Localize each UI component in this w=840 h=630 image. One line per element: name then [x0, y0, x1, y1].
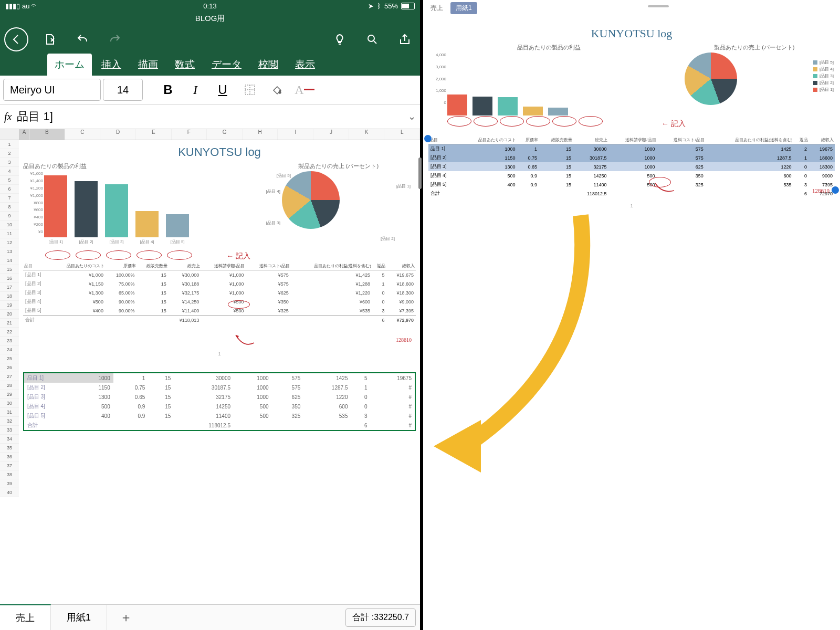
col-header[interactable]: J [313, 129, 349, 140]
row-header[interactable]: 15 [0, 265, 19, 274]
fx-value[interactable]: 品目 1] [17, 109, 403, 124]
row-header[interactable]: 31 [0, 408, 19, 417]
row-header[interactable]: 26 [0, 363, 19, 372]
share-button[interactable] [394, 28, 416, 50]
col-header[interactable]: K [349, 129, 385, 140]
col-header[interactable]: E [136, 129, 172, 140]
row-header[interactable]: 5 [0, 176, 19, 185]
bar-item2 [75, 181, 98, 237]
col-header[interactable]: B [29, 129, 65, 140]
row-header[interactable]: 1 [0, 140, 19, 149]
row-header[interactable]: 36 [0, 453, 19, 461]
row-header[interactable]: 22 [0, 328, 19, 337]
split-view-grip[interactable] [418, 158, 422, 189]
col-header[interactable]: D [100, 129, 136, 140]
col-header[interactable]: G [207, 129, 243, 140]
row-header[interactable]: 16 [0, 274, 19, 283]
row-header[interactable]: 27 [0, 372, 19, 381]
tab-insert[interactable]: 挿入 [94, 54, 129, 76]
col-header[interactable]: A [19, 129, 29, 140]
row-header[interactable]: 7 [0, 194, 19, 203]
main-toolbar [0, 25, 420, 54]
col-header[interactable]: I [278, 129, 313, 140]
selection-handle-end[interactable] [832, 186, 839, 194]
row-header[interactable]: 21 [0, 319, 19, 328]
row-header[interactable]: 39 [0, 479, 19, 488]
row-header[interactable]: 9 [0, 212, 19, 220]
row-header[interactable]: 17 [0, 283, 19, 292]
select-all-corner[interactable] [0, 129, 19, 140]
tab-formulas[interactable]: 数式 [167, 54, 202, 76]
row-header[interactable]: 11 [0, 229, 19, 238]
row-header[interactable]: 25 [0, 354, 19, 363]
row-header[interactable]: 18 [0, 292, 19, 301]
font-color-button[interactable]: A [292, 79, 317, 100]
redo-button[interactable] [104, 28, 126, 50]
row-header[interactable]: 19 [0, 301, 19, 310]
row-header[interactable]: 29 [0, 390, 19, 399]
col-header[interactable]: F [172, 129, 207, 140]
tab-review[interactable]: 校閲 [251, 54, 286, 76]
rtab-sales[interactable]: 売上 [425, 2, 448, 14]
border-button[interactable] [237, 79, 262, 100]
status-sum[interactable]: 合計 :332250.7 [345, 608, 416, 627]
handwritten-annotation: ← 記入 [226, 251, 250, 261]
selection-handle-start[interactable] [424, 135, 432, 142]
undo-button[interactable] [71, 28, 93, 50]
row-header[interactable]: 32 [0, 417, 19, 426]
sheet-tab-sales[interactable]: 売上 [0, 604, 51, 630]
row-header[interactable]: 33 [0, 426, 19, 435]
row-header[interactable]: 28 [0, 381, 19, 390]
pasted-selection[interactable]: 品目 1]10001153000010005751425519675[品目 2]… [23, 372, 416, 431]
tab-view[interactable]: 表示 [288, 54, 322, 76]
sheet-tab-paper1[interactable]: 用紙1 [51, 605, 107, 630]
italic-button[interactable]: I [183, 79, 208, 100]
rtab-paper1[interactable]: 用紙1 [450, 2, 477, 14]
row-header[interactable]: 14 [0, 256, 19, 265]
back-button[interactable] [4, 27, 28, 51]
red-circle-annotation [447, 116, 471, 127]
col-header[interactable]: H [243, 129, 278, 140]
row-header[interactable]: 3 [0, 158, 19, 167]
row-header[interactable]: 40 [0, 488, 19, 497]
row-header[interactable]: 13 [0, 247, 19, 256]
row-header[interactable]: 20 [0, 310, 19, 319]
col-header[interactable]: L [384, 129, 420, 140]
worksheet-canvas[interactable]: KUNYOTSU log 品目あたりの製品の利益 ¥1,600¥1,400¥1,… [19, 140, 420, 497]
bold-button[interactable]: B [155, 79, 181, 100]
file-button[interactable] [39, 28, 61, 50]
pie-chart [282, 171, 340, 229]
add-sheet-button[interactable]: ＋ [107, 603, 145, 630]
row-header[interactable]: 34 [0, 435, 19, 444]
fill-color-button[interactable] [265, 79, 290, 100]
tab-home[interactable]: ホーム [47, 54, 92, 76]
row-header[interactable]: 23 [0, 337, 19, 345]
row-header[interactable]: 35 [0, 444, 19, 453]
search-button[interactable] [361, 28, 383, 50]
row-header[interactable]: 38 [0, 470, 19, 479]
col-header[interactable]: C [65, 129, 101, 140]
row-header[interactable]: 6 [0, 185, 19, 194]
formula-bar[interactable]: fx 品目 1] ⌄ [0, 104, 420, 129]
row-header[interactable]: 12 [0, 238, 19, 247]
underline-button[interactable]: U [210, 79, 235, 100]
row-headers: for(let i=1;i<=40;i++)document.write('<d… [0, 140, 19, 497]
drag-handle-icon[interactable] [648, 5, 669, 7]
lightbulb-button[interactable] [329, 28, 351, 50]
right-data-table[interactable]: 品目品目あたりのコスト原価率 総販売数量総売上送料請求額/品目 送料コスト/品目… [428, 136, 835, 198]
row-header[interactable]: 8 [0, 203, 19, 212]
tab-data[interactable]: データ [204, 54, 249, 76]
rbar1 [447, 94, 467, 116]
sheet-title: KUNYOTSU log [23, 142, 416, 162]
row-header[interactable]: 2 [0, 149, 19, 158]
row-header[interactable]: 24 [0, 345, 19, 354]
row-header[interactable]: 10 [0, 220, 19, 229]
font-size-box[interactable]: 14 [103, 79, 143, 101]
red-circle-annotation [106, 250, 131, 260]
font-name-box[interactable]: Meiryo UI [3, 79, 101, 101]
row-header[interactable]: 4 [0, 167, 19, 176]
tab-draw[interactable]: 描画 [131, 54, 165, 76]
chevron-down-icon[interactable]: ⌄ [408, 111, 416, 122]
row-header[interactable]: 30 [0, 399, 19, 408]
row-header[interactable]: 37 [0, 461, 19, 470]
